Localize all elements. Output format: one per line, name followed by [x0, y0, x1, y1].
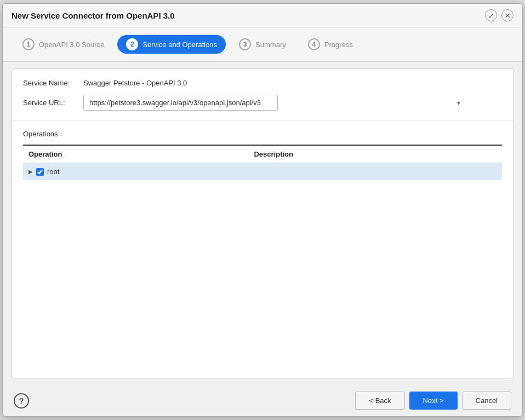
step-2-label: Service and Operations — [142, 41, 217, 49]
col-description: Description — [248, 145, 502, 163]
service-url-wrapper: https://petstore3.swagger.io/api/v3/open… — [83, 95, 467, 111]
dialog-title: New Service Connector from OpenAPI 3.0 — [12, 11, 175, 20]
step-1-label: OpenAPI 3.0 Source — [39, 41, 104, 49]
description-cell — [248, 163, 502, 181]
step-3-number: 3 — [239, 38, 251, 50]
operation-name: root — [47, 168, 59, 176]
service-url-label: Service URL: — [23, 99, 83, 107]
step-4-label: Progress — [324, 41, 353, 49]
col-operation: Operation — [23, 145, 248, 163]
row-expand: ▶ root — [28, 168, 243, 176]
dialog: New Service Connector from OpenAPI 3.0 ⤢… — [2, 3, 523, 417]
service-name-label: Service Name: — [23, 79, 83, 87]
step-3-label: Summary — [255, 41, 286, 49]
service-name-row: Service Name: Swagger Petstore - OpenAPI… — [23, 79, 502, 87]
wizard-steps: 1 OpenAPI 3.0 Source 2 Service and Opera… — [3, 27, 522, 62]
service-url-select[interactable]: https://petstore3.swagger.io/api/v3/open… — [83, 95, 278, 111]
operation-cell: ▶ root — [23, 163, 248, 181]
footer-buttons: < Back Next > Cancel — [355, 392, 511, 410]
step-4-number: 4 — [308, 38, 320, 50]
step-4[interactable]: 4 Progress — [299, 35, 362, 54]
operation-checkbox[interactable] — [36, 168, 44, 176]
form-section: Service Name: Swagger Petstore - OpenAPI… — [12, 69, 513, 121]
help-button[interactable]: ? — [14, 393, 29, 409]
operations-section: Operations Operation Description ▶ — [12, 121, 513, 378]
table-header-row: Operation Description — [23, 145, 502, 163]
footer: ? < Back Next > Cancel — [3, 385, 522, 416]
title-bar-controls: ⤢ ✕ — [485, 9, 513, 21]
close-button[interactable]: ✕ — [501, 9, 513, 21]
step-1[interactable]: 1 OpenAPI 3.0 Source — [14, 35, 113, 54]
operations-title: Operations — [23, 130, 502, 138]
service-name-value: Swagger Petstore - OpenAPI 3.0 — [83, 79, 187, 87]
step-2-number: 2 — [126, 38, 138, 50]
cancel-button[interactable]: Cancel — [462, 392, 511, 410]
service-url-row: Service URL: https://petstore3.swagger.i… — [23, 95, 502, 111]
step-3[interactable]: 3 Summary — [230, 35, 295, 54]
step-2[interactable]: 2 Service and Operations — [117, 35, 226, 54]
title-bar: New Service Connector from OpenAPI 3.0 ⤢… — [3, 4, 522, 27]
main-content: Service Name: Swagger Petstore - OpenAPI… — [12, 68, 513, 378]
back-button[interactable]: < Back — [355, 392, 404, 410]
operations-table: Operation Description ▶ root — [23, 145, 502, 180]
table-row: ▶ root — [23, 163, 502, 181]
step-1-number: 1 — [22, 38, 35, 50]
expand-button[interactable]: ⤢ — [485, 9, 497, 21]
next-button[interactable]: Next > — [409, 392, 458, 410]
expand-arrow-icon[interactable]: ▶ — [28, 169, 33, 175]
